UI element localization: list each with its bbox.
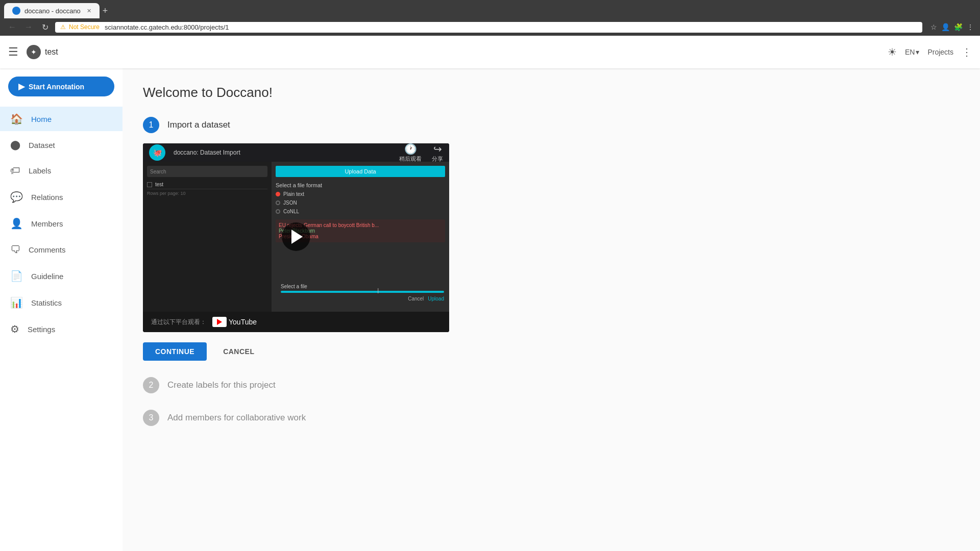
- start-annotation-button[interactable]: ▶ Start Annotation: [8, 77, 114, 96]
- video-cancel-button[interactable]: Cancel: [408, 296, 424, 302]
- address-bar[interactable]: ⚠ Not Secure sciannotate.cc.gatech.edu:8…: [55, 22, 922, 33]
- sidebar-item-dataset[interactable]: ⬤ Dataset: [0, 133, 122, 157]
- sidebar-label-relations: Relations: [31, 193, 63, 202]
- sidebar-item-comments[interactable]: 🗨 Comments: [0, 238, 122, 262]
- step-1-title: Import a dataset: [167, 120, 230, 130]
- video-format-json: JSON: [276, 200, 445, 206]
- sidebar-item-home[interactable]: 🏠 Home: [0, 107, 122, 131]
- step-2-title: Create labels for this project: [167, 380, 276, 390]
- watch-on-text: 通过以下平台观看：: [151, 318, 206, 327]
- start-annotation-label: Start Annotation: [29, 83, 84, 91]
- continue-button[interactable]: CONTINUE: [143, 342, 207, 361]
- refresh-button[interactable]: ↻: [39, 22, 51, 32]
- relations-icon: 💬: [10, 191, 23, 203]
- bookmark-icon[interactable]: ☆: [930, 23, 937, 31]
- sidebar-item-statistics[interactable]: 📊 Statistics: [0, 290, 122, 315]
- sidebar-item-relations[interactable]: 💬 Relations: [0, 185, 122, 209]
- profile-icon[interactable]: 👤: [941, 23, 950, 31]
- sidebar-label-guideline: Guideline: [31, 272, 63, 281]
- sidebar-label-labels: Labels: [29, 166, 51, 175]
- members-icon: 👤: [10, 217, 23, 230]
- home-icon: 🏠: [10, 113, 23, 125]
- radio-json: [276, 201, 280, 205]
- youtube-logo: YouTube: [212, 317, 257, 327]
- app-bar: ☰ ✦ test ☀ EN ▾ Projects ⋮: [0, 36, 980, 68]
- sidebar-label-home: Home: [31, 115, 52, 123]
- page-title: Welcome to Doccano!: [143, 85, 960, 101]
- video-list-item-1: test: [147, 180, 267, 189]
- new-tab-button[interactable]: +: [103, 6, 108, 16]
- play-button[interactable]: [282, 222, 310, 251]
- video-select-format-title: Select a file format: [276, 182, 445, 188]
- address-text: sciannotate.cc.gatech.edu:8000/projects/…: [105, 23, 229, 31]
- projects-link[interactable]: Projects: [927, 48, 953, 56]
- security-label: Not Secure: [69, 23, 100, 31]
- main-content: Welcome to Doccano! 1 Import a dataset: [122, 68, 980, 551]
- video-main: Search test Rows per page: 10 Up: [143, 162, 449, 312]
- lang-arrow: ▾: [916, 48, 919, 56]
- cancel-button[interactable]: CANCEL: [215, 342, 262, 361]
- select-file-label: Select a file: [281, 284, 444, 289]
- file-cursor: |: [377, 288, 379, 293]
- step-3-section: 3 Add members for collaborative work: [143, 410, 960, 426]
- yt-play-icon: [217, 319, 222, 325]
- share-icon[interactable]: ↪: [432, 143, 443, 155]
- more-icon[interactable]: ⋮: [967, 23, 974, 31]
- video-item-text-1: test: [155, 182, 163, 187]
- video-footer: 通过以下平台观看： YouTube: [143, 312, 449, 332]
- browser-tab[interactable]: doccano - doccano ✕: [4, 3, 100, 18]
- play-triangle-icon: [291, 230, 303, 244]
- sidebar-item-guideline[interactable]: 📄 Guideline: [0, 264, 122, 288]
- youtube-text: YouTube: [229, 318, 257, 326]
- settings-icon: ⚙: [10, 323, 19, 335]
- security-icon: ⚠: [60, 23, 66, 31]
- radio-plaintext: [276, 192, 280, 196]
- hamburger-menu-button[interactable]: ☰: [8, 45, 18, 59]
- doccano-logo: 🐙: [149, 144, 165, 161]
- app-bar-actions: ☀ EN ▾ Projects ⋮: [888, 46, 972, 58]
- step-3-title: Add members for collaborative work: [167, 413, 306, 423]
- app-logo: ✦ test: [27, 45, 58, 59]
- sidebar-label-settings: Settings: [28, 325, 55, 334]
- sidebar-label-members: Members: [31, 219, 63, 228]
- browser-chrome: doccano - doccano ✕ + ← → ↻ ⚠ Not Secure…: [0, 0, 980, 36]
- statistics-icon: 📊: [10, 296, 23, 309]
- video-checkbox-1: [147, 182, 152, 187]
- step-1-number: 1: [143, 117, 159, 133]
- app: ☰ ✦ test ☀ EN ▾ Projects ⋮ ▶ Start Annot…: [0, 36, 980, 551]
- video-search-placeholder: Search: [150, 169, 166, 174]
- video-container: 🐙 doccano: Dataset Import 🕐 稍后观看: [143, 143, 449, 332]
- sidebar-item-labels[interactable]: 🏷 Labels: [0, 159, 122, 183]
- file-input-bar: |: [281, 291, 444, 293]
- tab-close-icon[interactable]: ✕: [87, 8, 91, 14]
- action-buttons: CONTINUE CANCEL: [143, 342, 960, 361]
- step-1-header: 1 Import a dataset: [143, 117, 960, 133]
- video-format-plaintext: Plain text: [276, 191, 445, 197]
- forward-button[interactable]: →: [22, 22, 35, 32]
- video-top-bar: 🐙 doccano: Dataset Import 🕐 稍后观看: [143, 143, 449, 162]
- video-search-bar: Search: [147, 166, 267, 177]
- video-upload-btn-small[interactable]: Upload: [428, 296, 444, 302]
- step-2-number: 2: [143, 377, 159, 393]
- appbar-more-icon[interactable]: ⋮: [962, 46, 972, 58]
- extensions-icon[interactable]: 🧩: [954, 23, 963, 31]
- step-3-header: 3 Add members for collaborative work: [143, 410, 960, 426]
- video-upload-button[interactable]: Upload Data: [276, 166, 445, 177]
- sidebar-item-settings[interactable]: ⚙ Settings: [0, 317, 122, 341]
- sidebar-item-members[interactable]: 👤 Members: [0, 211, 122, 236]
- radio-conll: [276, 209, 280, 214]
- watch-later-icon[interactable]: 🕐: [399, 143, 422, 155]
- step-2-header: 2 Create labels for this project: [143, 377, 960, 393]
- comments-icon: 🗨: [10, 244, 20, 256]
- theme-toggle-icon[interactable]: ☀: [888, 46, 897, 58]
- video-pagination: Rows per page: 10: [147, 189, 267, 197]
- video-title: doccano: Dataset Import: [174, 149, 240, 156]
- step-1-section: 1 Import a dataset 🐙 doccano: [143, 117, 960, 361]
- youtube-icon: [212, 317, 227, 327]
- step-2-section: 2 Create labels for this project: [143, 377, 960, 393]
- back-button[interactable]: ←: [6, 22, 18, 32]
- language-selector[interactable]: EN ▾: [905, 48, 919, 56]
- main-layout: ▶ Start Annotation 🏠 Home ⬤ Dataset 🏷 La…: [0, 68, 980, 551]
- video-sidebar-panel: Search test Rows per page: 10: [143, 162, 272, 312]
- lang-label: EN: [905, 48, 915, 56]
